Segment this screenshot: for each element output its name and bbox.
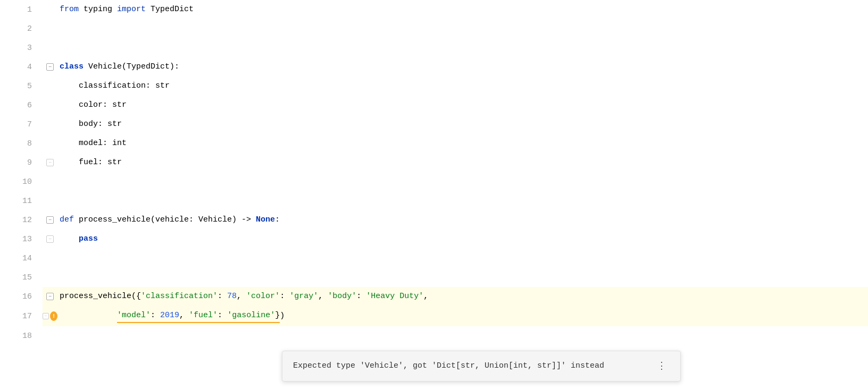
- line-content-1: from typing import TypedDict: [57, 0, 868, 19]
- gutter-16[interactable]: −: [43, 287, 57, 306]
- line-number-8: 8: [0, 134, 43, 153]
- line-number-3: 3: [0, 38, 43, 57]
- line-number-18: 18: [0, 326, 43, 345]
- code-line-7: 7 body: str: [0, 115, 868, 134]
- code-line-9: 9 − fuel: str: [0, 153, 868, 172]
- gutter-9[interactable]: −: [43, 153, 57, 172]
- code-line-15: 15: [0, 268, 868, 287]
- line-number-13: 13: [0, 230, 43, 249]
- line-content-7: body: str: [57, 115, 868, 134]
- code-editor: 1 from typing import TypedDict 2 3 4 − c: [0, 0, 868, 390]
- tooltip-message: Expected type 'Vehicle', got 'Dict[str, …: [293, 360, 604, 372]
- line-number-4: 4: [0, 57, 43, 77]
- code-line-12: 12 − def process_vehicle(vehicle: Vehicl…: [0, 210, 868, 230]
- fold-icon-16[interactable]: −: [46, 293, 54, 300]
- gutter-13[interactable]: −: [43, 230, 57, 249]
- line-content-11: [57, 191, 868, 210]
- string-model: 'model': [117, 309, 151, 323]
- fold-icon-13[interactable]: −: [46, 235, 54, 243]
- string-color: 'color': [246, 290, 280, 303]
- gutter-17[interactable]: − !: [43, 306, 57, 326]
- line-number-11: 11: [0, 191, 43, 210]
- gutter-7: [43, 115, 57, 134]
- gutter-12[interactable]: −: [43, 210, 57, 230]
- gutter-3: [43, 38, 57, 57]
- keyword-from: from: [60, 3, 79, 16]
- line-number-5: 5: [0, 77, 43, 96]
- tooltip-menu-button[interactable]: ⋮: [654, 359, 670, 374]
- keyword-import: import: [117, 3, 146, 16]
- line-content-16: process_vehicle({'classification': 78, '…: [57, 287, 868, 306]
- fold-icon-17[interactable]: −: [43, 313, 49, 319]
- string-classification: 'classification': [141, 290, 218, 303]
- code-line-13: 13 − pass: [0, 230, 868, 249]
- line-number-1: 1: [0, 0, 43, 19]
- gutter-14: [43, 249, 57, 268]
- code-line-17: 17 − ! 'model': 2019, 'fuel': 'gasoline'…: [0, 306, 868, 326]
- string-gray: 'gray': [289, 290, 318, 303]
- string-fuel: 'fuel': [189, 309, 218, 323]
- gutter-6: [43, 96, 57, 115]
- keyword-class: class: [60, 61, 84, 73]
- number-78: 78: [227, 290, 237, 303]
- line-number-2: 2: [0, 19, 43, 38]
- code-line-11: 11: [0, 191, 868, 210]
- line-content-5: classification: str: [57, 77, 868, 96]
- line-number-17: 17: [0, 306, 43, 326]
- line-content-17: 'model': 2019, 'fuel': 'gasoline'}) Expe…: [57, 306, 868, 326]
- line-content-14: [57, 249, 868, 268]
- line-content-2: [57, 19, 868, 38]
- line-content-12: def process_vehicle(vehicle: Vehicle) ->…: [57, 210, 868, 230]
- fold-icon-12[interactable]: −: [46, 216, 54, 224]
- code-line-5: 5 classification: str: [0, 77, 868, 96]
- line-number-10: 10: [0, 172, 43, 191]
- gutter-10: [43, 172, 57, 191]
- line-content-13: pass: [57, 230, 868, 249]
- gutter-1: [43, 0, 57, 19]
- string-gasoline: 'gasoline': [227, 309, 275, 323]
- line-content-9: fuel: str: [57, 153, 868, 172]
- gutter-5: [43, 77, 57, 96]
- line-number-15: 15: [0, 268, 43, 287]
- number-2019: 2019: [160, 309, 179, 323]
- line-number-7: 7: [0, 115, 43, 134]
- warning-icon-17[interactable]: !: [50, 311, 57, 321]
- code-line-8: 8 model: int: [0, 134, 868, 153]
- code-area: 1 from typing import TypedDict 2 3 4 − c: [0, 0, 868, 390]
- code-line-10: 10: [0, 172, 868, 191]
- keyword-none: None: [256, 214, 275, 226]
- code-line-2: 2: [0, 19, 868, 38]
- string-heavyduty: 'Heavy Duty': [366, 290, 423, 303]
- line-content-8: model: int: [57, 134, 868, 153]
- line-number-9: 9: [0, 153, 43, 172]
- code-line-16: 16 − process_vehicle({'classification': …: [0, 287, 868, 306]
- line-content-15: [57, 268, 868, 287]
- code-line-3: 3: [0, 38, 868, 57]
- type-error-tooltip: Expected type 'Vehicle', got 'Dict[str, …: [282, 325, 681, 358]
- gutter-15: [43, 268, 57, 287]
- gutter-4[interactable]: −: [43, 57, 57, 77]
- code-line-4: 4 − class Vehicle(TypedDict):: [0, 57, 868, 77]
- line-content-4: class Vehicle(TypedDict):: [57, 57, 868, 77]
- fold-icon-9[interactable]: −: [46, 159, 54, 166]
- gutter-2: [43, 19, 57, 38]
- line-number-16: 16: [0, 287, 43, 306]
- gutter-18: [43, 326, 57, 345]
- line-content-10: [57, 172, 868, 191]
- tooltip-box: Expected type 'Vehicle', got 'Dict[str, …: [282, 351, 681, 381]
- line-content-3: [57, 38, 868, 57]
- fold-icon-4[interactable]: −: [46, 63, 54, 71]
- line-content-6: color: str: [57, 96, 868, 115]
- gutter-11: [43, 191, 57, 210]
- keyword-def: def: [60, 214, 74, 226]
- line-number-12: 12: [0, 210, 43, 230]
- line-number-6: 6: [0, 96, 43, 115]
- code-line-1: 1 from typing import TypedDict: [0, 0, 868, 19]
- code-line-6: 6 color: str: [0, 96, 868, 115]
- line-number-14: 14: [0, 249, 43, 268]
- code-line-14: 14: [0, 249, 868, 268]
- string-body: 'body': [328, 290, 356, 303]
- keyword-pass: pass: [79, 233, 98, 245]
- gutter-8: [43, 134, 57, 153]
